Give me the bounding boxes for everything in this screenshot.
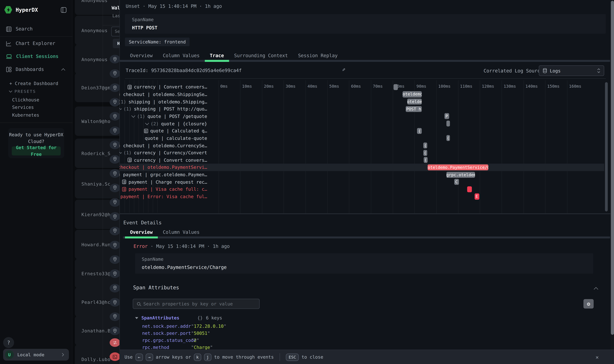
tab-trace[interactable]: Trace xyxy=(205,50,229,61)
span-duration-bar[interactable]: E xyxy=(474,194,479,199)
location-pin-icon[interactable] xyxy=(110,69,120,78)
preset-services[interactable]: Services xyxy=(12,104,39,111)
sidebar-item-chart-explorer[interactable]: Chart Explorer xyxy=(0,37,72,50)
attribute-row[interactable]: net.sock.peer.port"50051" xyxy=(142,330,210,336)
expand-chevron-icon[interactable] xyxy=(119,107,122,110)
expand-chevron-icon[interactable] xyxy=(119,151,122,154)
create-dashboard-button[interactable]: + Create Dashboard xyxy=(10,81,58,86)
collapse-section-icon[interactable] xyxy=(594,287,598,292)
trace-span-row[interactable]: quote | calculate-quote xyxy=(119,134,213,142)
location-pin-icon[interactable] xyxy=(110,284,120,292)
attributes-settings-button[interactable]: ⚙ xyxy=(584,299,594,309)
span-duration-bar[interactable]: ( xyxy=(446,135,450,141)
console-error-icon[interactable] xyxy=(110,352,120,361)
tab-ed-column-values[interactable]: Column Values xyxy=(158,227,205,238)
timeline-gridline xyxy=(436,80,437,213)
hyperdx-app: HyperDX Search Chart Explorer Client Ses… xyxy=(0,0,614,364)
location-pin-icon[interactable] xyxy=(110,212,120,221)
location-pin-icon[interactable] xyxy=(110,126,120,135)
location-pin-icon[interactable] xyxy=(110,255,120,264)
log-source-select[interactable]: Logs xyxy=(539,65,604,76)
child-count: (3) xyxy=(119,172,121,178)
span-duration-bar[interactable]: ( xyxy=(417,128,422,134)
preset-clickhouse[interactable]: Clickhouse xyxy=(12,96,39,104)
location-pin-icon[interactable] xyxy=(110,83,120,92)
attribute-row[interactable]: rpc.grpc.status_code"2" xyxy=(142,338,199,343)
location-pin-icon[interactable] xyxy=(110,269,120,278)
span-duration-bar[interactable]: oteldemo. xyxy=(403,91,422,97)
span-label: currency | Currency/Convert xyxy=(134,150,207,156)
location-pin-icon[interactable] xyxy=(110,298,120,307)
location-pin-icon[interactable] xyxy=(110,312,120,321)
location-pin-icon[interactable] xyxy=(110,169,120,178)
logo[interactable]: HyperDX xyxy=(4,6,38,14)
user-menu[interactable]: U Local mode xyxy=(3,349,69,361)
attribute-row[interactable]: net.sock.peer.addr"172.28.0.10" xyxy=(142,324,226,329)
filter-chip[interactable]: H xyxy=(113,39,120,48)
service-name-tag[interactable]: ServiceName: frontend xyxy=(125,38,190,46)
span-duration-bar[interactable] xyxy=(467,186,472,192)
trace-span-row[interactable]: currency | Convert convers… xyxy=(119,83,213,91)
location-pin-icon[interactable] xyxy=(110,155,120,164)
sidebar-item-client-sessions[interactable]: Client Sessions xyxy=(0,50,72,63)
location-pin-icon[interactable] xyxy=(110,198,120,207)
span-duration-bar[interactable]: oteldemo.PaymentService/Char xyxy=(428,164,488,170)
location-pin-icon[interactable] xyxy=(110,227,120,235)
location-pin-icon[interactable] xyxy=(110,327,120,335)
navigation-event-icon[interactable] xyxy=(110,338,120,347)
close-icon[interactable]: ✕ xyxy=(596,354,599,360)
trace-span-row[interactable]: (1)checkout | oteldemo.PaymentServi… xyxy=(119,164,213,171)
help-button[interactable]: ? xyxy=(3,337,14,348)
location-pin-icon[interactable] xyxy=(110,112,120,121)
attribute-row[interactable]: rpc.method"Charge" xyxy=(142,344,213,350)
span-duration-bar[interactable]: ( xyxy=(424,157,428,163)
trace-span-row[interactable]: (2)quote | {closure} xyxy=(119,120,213,127)
presets-toggle[interactable]: PRESETS xyxy=(10,89,36,94)
expand-chevron-icon[interactable] xyxy=(131,114,135,118)
collapse-sidebar-icon[interactable] xyxy=(61,7,67,13)
trace-span-row[interactable]: (1)currency | Currency/Convert xyxy=(119,149,213,156)
trace-span-row[interactable]: (1)shipping | oteldemo.Shipping… xyxy=(119,98,213,105)
span-duration-bar[interactable] xyxy=(393,84,398,90)
trace-span-row[interactable]: payment | Error: Visa cache ful… xyxy=(119,193,213,200)
location-pin-icon[interactable] xyxy=(110,241,120,249)
panel-scrollbar-thumb[interactable] xyxy=(611,1,614,335)
trace-span-row[interactable]: (3)payment | grpc.oteldemo.Paymen… xyxy=(119,171,213,178)
expand-chevron-icon[interactable] xyxy=(145,121,149,125)
child-count: (2) xyxy=(151,121,159,126)
get-started-button[interactable]: Get Started for Free xyxy=(12,146,61,156)
trace-span-row[interactable]: currency | Convert convers… xyxy=(119,156,213,164)
location-pin-icon[interactable] xyxy=(110,184,120,192)
location-pin-icon[interactable] xyxy=(110,141,120,149)
edit-pencil-icon[interactable]: ✎ xyxy=(342,66,345,72)
attributes-root-row[interactable]: SpanAttributes {} 6 keys xyxy=(135,315,222,321)
trace-span-row[interactable]: (1)checkout | oteldemo.ShippingSe… xyxy=(119,91,213,98)
trace-span-row[interactable]: (1)checkout | oteldemo.CurrencySe… xyxy=(119,142,213,149)
tab-surrounding-context[interactable]: Surrounding Context xyxy=(229,50,293,61)
span-duration-bar[interactable]: C xyxy=(454,179,459,185)
trace-span-row[interactable]: (1)shipping | POST http://quo… xyxy=(119,105,213,113)
preset-kubernetes[interactable]: Kubernetes xyxy=(12,111,39,119)
trace-span-row[interactable]: payment | Visa cache full: c… xyxy=(119,186,213,193)
tab-ed-overview[interactable]: Overview xyxy=(125,227,158,238)
span-duration-bar[interactable] xyxy=(446,120,450,127)
search-input[interactable]: Sea xyxy=(111,26,120,36)
trace-span-row[interactable]: (1)quote | POST /getquote xyxy=(119,113,213,120)
trace-span-row[interactable]: payment | Charge request rec… xyxy=(119,178,213,186)
location-pin-icon[interactable] xyxy=(110,98,120,106)
tab-overview[interactable]: Overview xyxy=(125,50,158,61)
waterfall-scrollbar[interactable] xyxy=(605,82,608,211)
attributes-search[interactable]: Search properties by key or value xyxy=(133,299,260,309)
sidebar-item-dashboards[interactable]: Dashboards xyxy=(0,63,72,76)
tab-column-values[interactable]: Column Values xyxy=(158,50,205,61)
sidebar-item-search[interactable]: Search xyxy=(0,23,72,35)
location-pin-icon[interactable] xyxy=(110,55,120,63)
span-duration-bar[interactable]: ( xyxy=(423,143,427,148)
span-duration-bar[interactable]: POST h xyxy=(406,106,422,112)
span-duration-bar[interactable]: P xyxy=(444,113,449,119)
span-duration-bar[interactable]: grpc.oteldemo. xyxy=(446,172,475,178)
span-duration-bar[interactable]: otelde xyxy=(407,99,422,104)
tab-session-replay[interactable]: Session Replay xyxy=(293,50,343,61)
trace-span-row[interactable]: quote | Calculated q… xyxy=(119,127,213,134)
span-duration-bar[interactable]: ( xyxy=(423,150,427,156)
